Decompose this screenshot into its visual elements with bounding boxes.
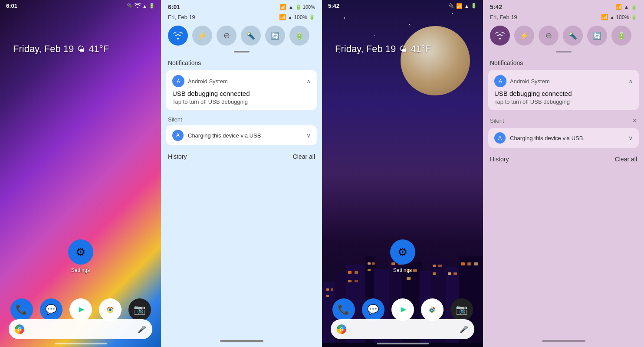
messages-icon-3[interactable]: 💬 bbox=[362, 298, 384, 321]
home-bar-4[interactable] bbox=[542, 340, 585, 342]
moon bbox=[401, 26, 470, 95]
silent-chevron-4[interactable]: ∨ bbox=[628, 134, 633, 141]
svg-rect-19 bbox=[326, 295, 329, 297]
notifications-header-4: Notifications bbox=[483, 58, 644, 70]
panel-status-bar-4: 5:42 📶 ▲ 🔋 bbox=[483, 0, 644, 12]
battery-status-2: 🔋 100% bbox=[296, 4, 315, 10]
silent-header-4: Silent × bbox=[483, 114, 644, 128]
signal-status-4: ▲ bbox=[624, 4, 629, 10]
svg-rect-34 bbox=[433, 265, 436, 267]
notif-card-4[interactable]: A Android System ∧ USB debugging connect… bbox=[488, 70, 639, 110]
qs-bluetooth-4[interactable]: ⚡ bbox=[514, 26, 534, 46]
settings-label-3: Settings bbox=[393, 267, 412, 273]
notif-app-icon-2: A bbox=[172, 75, 184, 87]
signal-icon-3: ▲ bbox=[464, 3, 469, 9]
notif-chevron-up-4[interactable]: ∧ bbox=[628, 78, 633, 85]
qs-flashlight-2[interactable]: 🔦 bbox=[241, 26, 261, 46]
google-logo-1: G bbox=[15, 324, 24, 334]
battery-icon-row-2: 🔋 bbox=[309, 14, 315, 20]
signal-icon-1: ▲ bbox=[142, 3, 147, 9]
search-bar-3[interactable]: G 🎤 bbox=[331, 319, 474, 339]
settings-label-1: Settings bbox=[71, 267, 90, 273]
qs-flashlight-4[interactable]: 🔦 bbox=[563, 26, 583, 46]
qs-dnd-4[interactable]: ⊖ bbox=[539, 26, 559, 46]
clear-all-4[interactable]: Clear all bbox=[615, 156, 637, 163]
messages-icon-1[interactable]: 💬 bbox=[40, 298, 62, 321]
history-label-2: History bbox=[168, 153, 187, 160]
qs-bluetooth-2[interactable]: ⚡ bbox=[192, 26, 212, 46]
notif-body-2: Tap to turn off USB debugging bbox=[172, 98, 311, 105]
playstore-icon-1[interactable] bbox=[69, 298, 92, 321]
silent-notif-4[interactable]: A Charging this device via USB ∨ bbox=[488, 128, 639, 148]
settings-icon-wrapper-1[interactable]: ⚙ Settings bbox=[68, 239, 93, 273]
silent-app-icon-4: A bbox=[494, 132, 506, 144]
home-bar-1[interactable] bbox=[55, 343, 107, 344]
notifications-header-2: Notifications bbox=[161, 58, 322, 70]
status-time-1: 6:01 bbox=[6, 3, 17, 9]
camera-icon-3[interactable]: 📷 bbox=[450, 298, 473, 321]
panel-status-bar-2: 6:01 📶 ▲ 🔋 100% bbox=[161, 0, 322, 12]
home-bar-3[interactable] bbox=[377, 343, 429, 344]
google-mic-1[interactable]: 🎤 bbox=[138, 325, 146, 334]
svg-rect-33 bbox=[407, 277, 411, 280]
date-widget-3: Friday, Feb 19 🌤 41°F bbox=[335, 43, 431, 55]
home-bar-2[interactable] bbox=[220, 340, 263, 342]
wifi-icon-row-2: 📶 bbox=[279, 14, 286, 20]
search-bar-1[interactable]: G 🎤 bbox=[9, 319, 152, 339]
settings-icon-wrapper-3[interactable]: ⚙ Settings bbox=[390, 239, 415, 273]
battery-status-4: 🔋 bbox=[631, 4, 637, 10]
notification-panel-pink: 5:42 📶 ▲ 🔋 Fri, Feb 19 📶 ▲ 100% 🔋 ⚡ ⊖ 🔦 … bbox=[483, 0, 644, 347]
status-icons-4: 📶 ▲ 🔋 bbox=[615, 4, 637, 10]
qs-wifi-4[interactable] bbox=[490, 26, 510, 46]
chrome-icon-1[interactable] bbox=[99, 298, 122, 321]
status-icons-1: 🔌 ▲ 🔋 bbox=[127, 3, 155, 9]
playstore-icon-3[interactable] bbox=[391, 298, 414, 321]
bottom-area-2 bbox=[161, 340, 322, 347]
history-row-4: History Clear all bbox=[483, 151, 644, 167]
battery-icon-1: 🔋 bbox=[149, 3, 155, 9]
settings-app-icon-1[interactable]: ⚙ bbox=[68, 239, 93, 265]
date-text-1: Friday, Feb 19 bbox=[13, 43, 74, 55]
svg-rect-26 bbox=[368, 269, 371, 271]
silent-notif-2[interactable]: A Charging this device via USB ∨ bbox=[166, 125, 317, 145]
signal-icon-row-2: ▲ bbox=[288, 15, 292, 20]
qs-battery-saver-2[interactable]: 🔋 bbox=[289, 26, 309, 46]
silent-chevron-2[interactable]: ∨ bbox=[306, 132, 311, 139]
clear-all-2[interactable]: Clear all bbox=[293, 153, 315, 160]
qs-wifi-2[interactable] bbox=[168, 26, 188, 46]
qs-rotate-4[interactable]: 🔄 bbox=[587, 26, 607, 46]
dock-1: 📞 💬 bbox=[0, 298, 161, 321]
usb-icon-3: 🔌 bbox=[448, 3, 454, 9]
close-silent-4[interactable]: × bbox=[632, 116, 637, 125]
phone-icon-3[interactable]: 📞 bbox=[332, 298, 355, 321]
camera-icon-1[interactable]: 📷 bbox=[128, 298, 151, 321]
notif-chevron-up-2[interactable]: ∧ bbox=[306, 78, 311, 85]
status-icons-2: 📶 ▲ 🔋 100% bbox=[280, 4, 315, 10]
wifi-icon-3: 📶 bbox=[456, 3, 463, 9]
settings-app-icon-3[interactable]: ⚙ bbox=[390, 239, 415, 265]
date-row-2: Fri, Feb 19 📶 ▲ 100% 🔋 bbox=[161, 12, 322, 24]
notif-card-2[interactable]: A Android System ∧ USB debugging connect… bbox=[166, 70, 317, 110]
home-screen-night: 5:42 🔌 📶 ▲ 🔋 Friday, Feb 19 🌤 41°F ⚙ Set… bbox=[322, 0, 483, 347]
star-2 bbox=[374, 35, 375, 36]
chrome-icon-3[interactable] bbox=[421, 298, 444, 321]
google-mic-3[interactable]: 🎤 bbox=[460, 325, 468, 334]
star-3 bbox=[409, 24, 410, 25]
svg-rect-22 bbox=[348, 280, 352, 282]
status-bar-1: 6:01 🔌 ▲ 🔋 bbox=[0, 0, 161, 11]
notification-panel-light: 6:01 📶 ▲ 🔋 100% Fri, Feb 19 📶 ▲ 100% 🔋 ⚡… bbox=[161, 0, 322, 347]
battery-icon-row-4: 🔋 bbox=[631, 14, 637, 20]
status-bar-3: 5:42 🔌 📶 ▲ 🔋 bbox=[322, 0, 483, 11]
usb-icon-1: 🔌 bbox=[127, 3, 133, 9]
svg-rect-25 bbox=[372, 262, 375, 265]
silent-text-4: Charging this device via USB bbox=[510, 135, 628, 141]
phone-icon-1[interactable]: 📞 bbox=[10, 298, 33, 321]
notif-app-icon-4: A bbox=[494, 75, 506, 87]
qs-battery-saver-4[interactable]: 🔋 bbox=[611, 26, 631, 46]
qs-dnd-2[interactable]: ⊖ bbox=[217, 26, 237, 46]
wifi-status-2: 📶 bbox=[280, 4, 286, 10]
qs-rotate-2[interactable]: 🔄 bbox=[265, 26, 285, 46]
bottom-area-4 bbox=[483, 340, 644, 347]
wifi-icon-1 bbox=[135, 3, 141, 9]
history-row-2: History Clear all bbox=[161, 149, 322, 164]
